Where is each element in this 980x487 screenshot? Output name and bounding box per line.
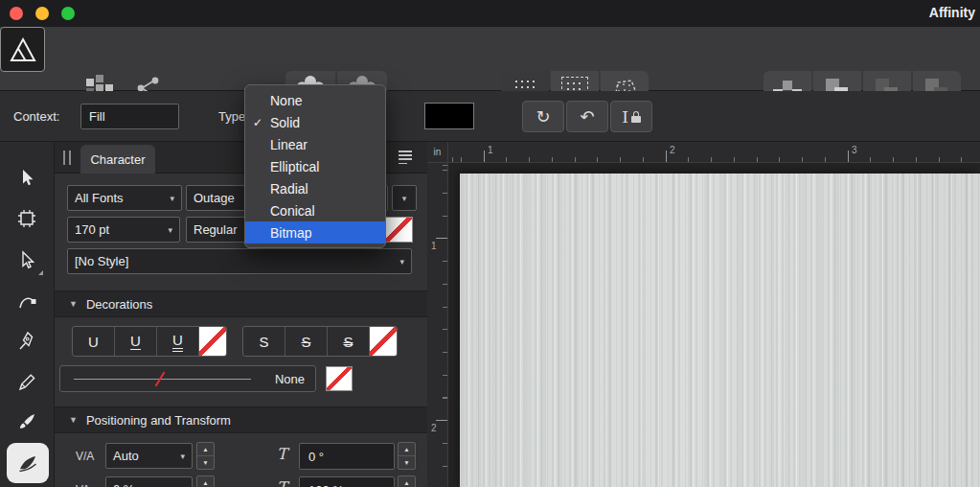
menu-item-linear[interactable]: Linear [245, 133, 385, 155]
vertical-ruler: 1 2 [427, 163, 448, 487]
tracking-value: 0 % [113, 482, 134, 487]
menu-item-solid[interactable]: ✓ Solid [245, 111, 385, 133]
shear-stepper[interactable]: ▲▼ [398, 442, 416, 470]
context-select[interactable]: Fill [80, 104, 179, 129]
lock-icon [631, 111, 641, 123]
ruler-label: 2 [431, 423, 437, 433]
menu-item-conical[interactable]: Conical [245, 199, 385, 221]
slider-value: None [275, 372, 305, 386]
affinity-logo-button[interactable] [0, 27, 45, 72]
main-toolbar: ↑ [0, 27, 980, 91]
text-style-select[interactable]: [No Style] ▾ [67, 248, 412, 274]
tracking-select[interactable]: 0 % ▾ [105, 476, 193, 487]
vscale-input[interactable]: 100 % [299, 476, 395, 487]
pencil-tool[interactable] [8, 363, 46, 400]
canvas-area[interactable]: in 1 2 3 1 2 [427, 142, 980, 487]
font-weight-value: Regular [194, 222, 238, 237]
chevron-down-icon: ▾ [402, 194, 407, 203]
strike-single-button[interactable]: S [285, 327, 328, 356]
step-down-icon: ▼ [197, 456, 214, 469]
underline-double-button[interactable]: U [157, 327, 199, 356]
chevron-down-icon: ▾ [170, 194, 174, 203]
stroke-color-none-swatch[interactable] [326, 366, 353, 391]
font-collection-select[interactable]: All Fonts ▾ [67, 185, 182, 211]
lock-children-button[interactable]: I [610, 101, 652, 132]
disclosure-triangle-icon: ▼ [69, 415, 78, 425]
cycle-fill-button[interactable]: ↻ [522, 101, 564, 132]
tab-character[interactable]: Character [80, 145, 155, 174]
tracking-stepper[interactable]: ▲▼ [196, 475, 215, 487]
ruler-label: 2 [670, 145, 675, 155]
font-size-select[interactable]: 170 pt ▾ [67, 217, 180, 243]
strike-none-button[interactable]: S [243, 327, 285, 356]
disclosure-triangle-icon: ▼ [69, 299, 78, 309]
strike-color-none-swatch[interactable] [370, 327, 397, 356]
vscale-stepper[interactable]: ▲▼ [398, 475, 416, 487]
menu-item-label: None [270, 93, 302, 108]
shear-value: 0 ° [308, 450, 324, 464]
fill-color-swatch[interactable] [424, 103, 474, 129]
panel-menu-icon[interactable] [399, 151, 412, 167]
step-up-icon: ▲ [399, 443, 415, 456]
menu-item-none[interactable]: None [245, 89, 385, 111]
chevron-down-icon: ▾ [180, 452, 185, 461]
ruler-unit-badge: in [427, 142, 448, 163]
font-color-none-swatch[interactable] [383, 217, 413, 243]
underline-color-none-swatch[interactable] [199, 327, 226, 356]
close-window-button[interactable] [10, 7, 23, 20]
font-history-button[interactable]: ▾ [392, 185, 417, 211]
document-page[interactable] [460, 174, 980, 487]
kerning-stepper[interactable]: ▲▼ [196, 442, 215, 470]
shear-input[interactable]: 0 ° [299, 443, 395, 470]
menu-item-label: Conical [270, 203, 315, 219]
undo-arrow-icon: ↶ [580, 108, 594, 126]
ruler-unit: in [434, 147, 442, 157]
font-collection-value: All Fonts [75, 191, 124, 205]
strike-double-button[interactable]: S [328, 327, 370, 356]
kerning-select[interactable]: Auto ▾ [105, 443, 193, 469]
menu-item-bitmap[interactable]: Bitmap [245, 221, 385, 244]
step-up-icon: ▲ [197, 476, 214, 487]
zoom-window-button[interactable] [61, 7, 75, 20]
corner-tool[interactable] [8, 283, 46, 319]
underline-button-group: U U U [72, 326, 227, 357]
flyout-triangle-icon [38, 270, 43, 275]
stroke-width-slider[interactable]: None [59, 365, 316, 392]
kerning-icon: V/A [76, 450, 94, 463]
underline-none-button[interactable]: U [73, 327, 115, 356]
context-toolbar: Context: Fill Type: ↻ ↶ I [0, 91, 980, 142]
affinity-logo-icon [8, 35, 38, 65]
tab-label: Character [90, 152, 145, 167]
ruler-label: 1 [431, 241, 437, 251]
menu-item-label: Bitmap [270, 225, 312, 241]
ruler-label: 1 [488, 145, 493, 155]
node-select-tool[interactable] [8, 242, 46, 278]
move-tool[interactable] [8, 159, 46, 196]
tools-panel [0, 142, 55, 487]
positioning-section-header[interactable]: ▼ Positioning and Transform [55, 406, 427, 433]
font-size-value: 170 pt [75, 222, 109, 237]
frame-tool[interactable] [8, 200, 46, 237]
panel-drag-handle-icon[interactable] [63, 151, 71, 165]
checkmark-icon: ✓ [253, 116, 270, 129]
step-up-icon: ▲ [197, 443, 214, 456]
ruler-label: 3 [852, 145, 857, 155]
step-down-icon: ▼ [399, 456, 415, 469]
minimize-window-button[interactable] [35, 7, 49, 20]
slider-track [74, 379, 251, 380]
pen-tool[interactable] [8, 323, 46, 359]
menu-item-radial[interactable]: Radial [245, 177, 385, 199]
titlebar: Affinity [0, 0, 980, 27]
revert-button[interactable]: ↶ [566, 101, 608, 132]
menu-item-elliptical[interactable]: Elliptical [245, 155, 385, 177]
section-title: Positioning and Transform [86, 413, 231, 428]
vscale-icon: T [277, 478, 287, 487]
step-up-icon: ▲ [399, 476, 415, 487]
vector-brush-tool-selected[interactable] [7, 443, 49, 483]
text-style-value: [No Style] [75, 254, 128, 268]
kerning-value: Auto [113, 449, 139, 463]
underline-single-button[interactable]: U [115, 327, 157, 356]
paint-brush-tool[interactable] [8, 404, 46, 440]
context-label: Context: [13, 109, 59, 124]
decorations-section-header[interactable]: ▼ Decorations [55, 290, 427, 317]
